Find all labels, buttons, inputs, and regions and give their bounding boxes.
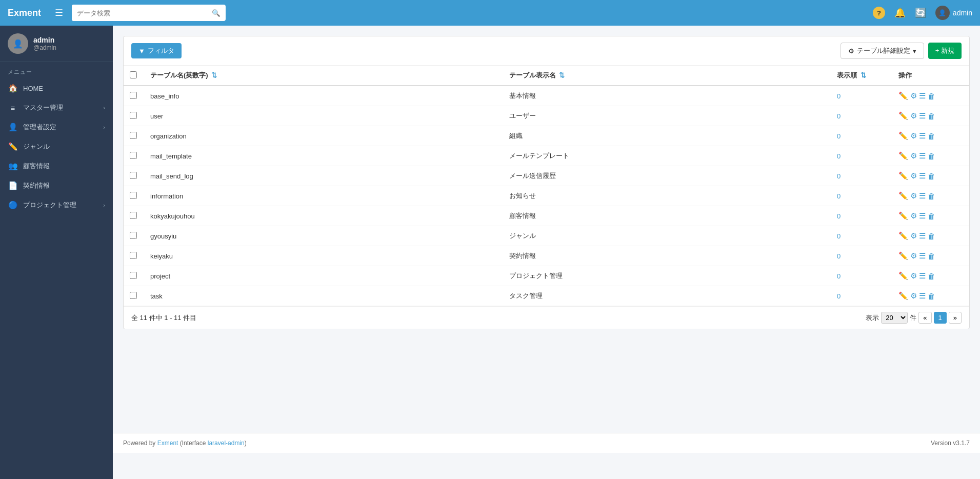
settings-icon-5[interactable]: ⚙ xyxy=(910,191,917,201)
sidebar-item-genre[interactable]: ✏️ ジャンル xyxy=(0,137,113,156)
settings-icon-10[interactable]: ⚙ xyxy=(910,291,917,301)
edit-icon-5[interactable]: ✏️ xyxy=(898,191,908,201)
row-checkbox-6[interactable] xyxy=(130,212,137,219)
settings-icon-3[interactable]: ⚙ xyxy=(910,151,917,161)
list-icon-7[interactable]: ☰ xyxy=(919,231,926,241)
col-order[interactable]: 表示順 ⇅ xyxy=(831,66,892,86)
pagination: 表示 20 10 50 100 件 « 1 » xyxy=(866,312,962,324)
edit-icon-1[interactable]: ✏️ xyxy=(898,111,908,121)
order-link-3[interactable]: 0 xyxy=(837,152,841,160)
edit-icon-8[interactable]: ✏️ xyxy=(898,251,908,261)
list-icon-10[interactable]: ☰ xyxy=(919,291,926,301)
sidebar-item-customer[interactable]: 👥 顧客情報 xyxy=(0,156,113,176)
refresh-icon[interactable]: 🔄 xyxy=(915,7,926,18)
delete-icon-8[interactable]: 🗑 xyxy=(928,252,935,261)
search-input[interactable] xyxy=(72,5,207,21)
sidebar-item-master[interactable]: ≡ マスター管理 › xyxy=(0,98,113,117)
settings-icon-8[interactable]: ⚙ xyxy=(910,251,917,261)
filter-button[interactable]: ▼ フィルタ xyxy=(131,43,182,58)
row-checkbox-9[interactable] xyxy=(130,272,137,279)
row-checkbox-1[interactable] xyxy=(130,112,137,119)
settings-icon-7[interactable]: ⚙ xyxy=(910,231,917,241)
row-checkbox-5[interactable] xyxy=(130,192,137,199)
settings-icon-1[interactable]: ⚙ xyxy=(910,111,917,121)
list-icon-8[interactable]: ☰ xyxy=(919,251,926,261)
per-page-select[interactable]: 20 10 50 100 xyxy=(881,312,908,324)
help-icon[interactable]: ? xyxy=(873,7,885,19)
list-icon-5[interactable]: ☰ xyxy=(919,191,926,201)
list-icon-0[interactable]: ☰ xyxy=(919,91,926,101)
settings-icon-2[interactable]: ⚙ xyxy=(910,131,917,141)
order-link-10[interactable]: 0 xyxy=(837,292,841,300)
sidebar-item-contract[interactable]: 📄 契約情報 xyxy=(0,176,113,195)
cell-name-display-4: メール送信履歴 xyxy=(503,166,831,186)
order-link-8[interactable]: 0 xyxy=(837,252,841,260)
list-icon-6[interactable]: ☰ xyxy=(919,211,926,221)
sidebar-item-project[interactable]: 🔵 プロジェクト管理 › xyxy=(0,195,113,215)
row-checkbox-3[interactable] xyxy=(130,152,137,159)
row-checkbox-10[interactable] xyxy=(130,292,137,299)
delete-icon-4[interactable]: 🗑 xyxy=(928,172,935,181)
select-all-checkbox[interactable] xyxy=(130,71,137,78)
edit-icon-6[interactable]: ✏️ xyxy=(898,211,908,221)
settings-icon-0[interactable]: ⚙ xyxy=(910,91,917,101)
row-checkbox-7[interactable] xyxy=(130,232,137,239)
next-page-button[interactable]: » xyxy=(949,312,962,324)
sort-icon-order: ⇅ xyxy=(861,71,866,79)
row-checkbox-4[interactable] xyxy=(130,172,137,179)
delete-icon-6[interactable]: 🗑 xyxy=(928,212,935,221)
list-icon-2[interactable]: ☰ xyxy=(919,131,926,141)
order-link-2[interactable]: 0 xyxy=(837,132,841,140)
main-content: ⊞ カスタムテーブル設定 独自に変更できるカスタムテーブルの設定を行います。 ▼… xyxy=(113,0,980,433)
table-row: base_info 基本情報 0 ✏️ ⚙ ☰ 🗑 xyxy=(124,86,969,106)
search-button[interactable]: 🔍 xyxy=(207,9,226,17)
table-settings-button[interactable]: ⚙ テーブル詳細設定 ▾ xyxy=(841,43,924,59)
order-link-0[interactable]: 0 xyxy=(837,92,841,100)
edit-icon-9[interactable]: ✏️ xyxy=(898,271,908,281)
edit-icon-4[interactable]: ✏️ xyxy=(898,171,908,181)
new-button[interactable]: + 新規 xyxy=(928,43,962,59)
delete-icon-2[interactable]: 🗑 xyxy=(928,132,935,141)
user-menu[interactable]: 👤 admin xyxy=(935,6,972,20)
laravel-admin-link[interactable]: laravel-admin xyxy=(208,440,245,447)
cell-actions-4: ✏️ ⚙ ☰ 🗑 xyxy=(892,166,969,186)
settings-icon-9[interactable]: ⚙ xyxy=(910,271,917,281)
sidebar-item-home[interactable]: 🏠 HOME xyxy=(0,78,113,98)
menu-toggle-button[interactable]: ☰ xyxy=(52,5,66,21)
sidebar-item-admin[interactable]: 👤 管理者設定 › xyxy=(0,117,113,137)
app-brand[interactable]: Exment xyxy=(8,8,41,18)
list-icon-1[interactable]: ☰ xyxy=(919,111,926,121)
edit-icon-7[interactable]: ✏️ xyxy=(898,231,908,241)
settings-icon-6[interactable]: ⚙ xyxy=(910,211,917,221)
page-1-button[interactable]: 1 xyxy=(934,312,947,324)
delete-icon-0[interactable]: 🗑 xyxy=(928,92,935,101)
settings-icon-4[interactable]: ⚙ xyxy=(910,171,917,181)
order-link-6[interactable]: 0 xyxy=(837,212,841,220)
edit-icon-2[interactable]: ✏️ xyxy=(898,131,908,141)
prev-page-button[interactable]: « xyxy=(918,312,931,324)
exment-footer-link[interactable]: Exment xyxy=(157,440,178,447)
delete-icon-5[interactable]: 🗑 xyxy=(928,192,935,201)
row-checkbox-2[interactable] xyxy=(130,132,137,139)
delete-icon-3[interactable]: 🗑 xyxy=(928,152,935,161)
col-name-en[interactable]: テーブル名(英数字) ⇅ xyxy=(144,66,503,86)
row-checkbox-0[interactable] xyxy=(130,92,137,99)
col-name-display[interactable]: テーブル表示名 ⇅ xyxy=(503,66,831,86)
delete-icon-10[interactable]: 🗑 xyxy=(928,292,935,301)
delete-icon-7[interactable]: 🗑 xyxy=(928,232,935,241)
delete-icon-9[interactable]: 🗑 xyxy=(928,272,935,281)
order-link-7[interactable]: 0 xyxy=(837,232,841,240)
order-link-1[interactable]: 0 xyxy=(837,112,841,120)
order-link-9[interactable]: 0 xyxy=(837,272,841,280)
edit-icon-3[interactable]: ✏️ xyxy=(898,151,908,161)
row-checkbox-8[interactable] xyxy=(130,252,137,259)
order-link-4[interactable]: 0 xyxy=(837,172,841,180)
list-icon-4[interactable]: ☰ xyxy=(919,171,926,181)
delete-icon-1[interactable]: 🗑 xyxy=(928,112,935,121)
edit-icon-0[interactable]: ✏️ xyxy=(898,91,908,101)
order-link-5[interactable]: 0 xyxy=(837,192,841,200)
edit-icon-10[interactable]: ✏️ xyxy=(898,291,908,301)
list-icon-3[interactable]: ☰ xyxy=(919,151,926,161)
notifications-icon[interactable]: 🔔 xyxy=(894,7,906,18)
list-icon-9[interactable]: ☰ xyxy=(919,271,926,281)
